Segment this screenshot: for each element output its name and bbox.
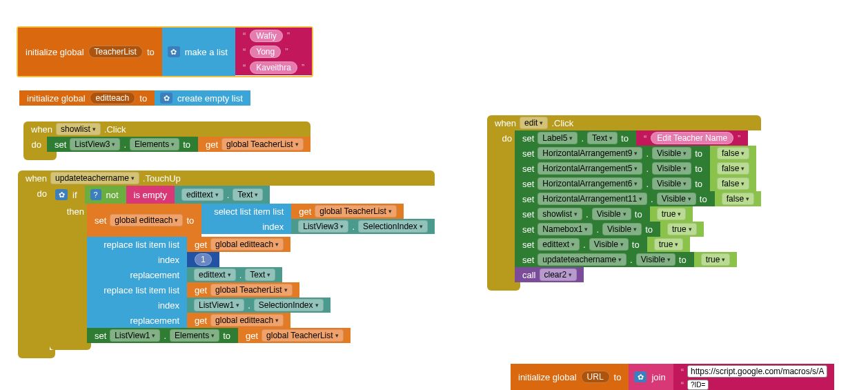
when-updateteachername-touchup[interactable]: when updateteachername .TouchUp do ✿ if … bbox=[18, 170, 435, 358]
gear-icon[interactable]: ✿ bbox=[168, 46, 180, 57]
get-teacherlist[interactable]: get global TeacherList bbox=[291, 204, 404, 219]
idq-input[interactable]: ?ID= bbox=[687, 380, 709, 390]
if-block[interactable]: ✿ if ? not is empty edittext . Text bbox=[50, 186, 435, 204]
do-label: do bbox=[23, 137, 47, 152]
event-head[interactable]: when showlist .Click bbox=[23, 121, 310, 137]
init-editteach-block[interactable]: initialize global editteach to ✿ create … bbox=[19, 90, 250, 106]
set-edittext-visible[interactable]: set edittext . Visible to true bbox=[515, 237, 761, 252]
init-label: initialize global bbox=[26, 47, 84, 57]
set-namebox1-visible[interactable]: set Namebox1 . Visible to true bbox=[515, 222, 761, 237]
get-global-teacherlist[interactable]: get global TeacherList bbox=[198, 137, 310, 152]
component-dropdown[interactable]: showlist bbox=[56, 123, 101, 135]
text-kaveithra[interactable]: Kaveithra bbox=[250, 61, 297, 74]
to-label: to bbox=[147, 47, 155, 57]
join-block[interactable]: ✿ join bbox=[629, 364, 673, 390]
init-global-head[interactable]: initialize global TeacherList to bbox=[18, 28, 162, 76]
when-edit-click[interactable]: when edit .Click do set Label5 . Text to… bbox=[487, 115, 761, 291]
var-editteach[interactable]: editteach bbox=[90, 92, 136, 104]
gear-icon[interactable]: ✿ bbox=[160, 92, 172, 104]
listview3-selectionindex[interactable]: ListView3 . SelectionIndex bbox=[291, 219, 435, 234]
set-label5-text[interactable]: set Label5 . Text to “ Edit Teacher Name… bbox=[515, 130, 761, 146]
do-label: do bbox=[37, 188, 47, 199]
is-empty-block[interactable]: is empty bbox=[126, 186, 175, 204]
make-a-list[interactable]: ✿ make a list bbox=[162, 28, 235, 76]
set-ha11-visible[interactable]: set HorizontalArrangement11 . Visible to… bbox=[515, 191, 761, 206]
select-list-item[interactable]: select list item list bbox=[201, 204, 291, 219]
set-ha5-visible[interactable]: set HorizontalArrangement5 . Visible to … bbox=[515, 161, 761, 176]
edittext-text[interactable]: edittext . Text bbox=[175, 186, 270, 204]
then-label: then bbox=[67, 206, 84, 217]
list-item-3[interactable]: “ Kaveithra ” bbox=[235, 59, 312, 75]
init-teacherlist-block[interactable]: initialize global TeacherList to ✿ make … bbox=[17, 26, 313, 77]
set-ha9-visible[interactable]: set HorizontalArrangement9 . Visible to … bbox=[515, 146, 761, 161]
set-listview3-elements[interactable]: set ListView3 . Elements to bbox=[47, 137, 198, 152]
replace-list-item-teacherlist[interactable]: replace list item list get global Teache… bbox=[87, 282, 435, 328]
list-item-2[interactable]: “ Yong ” bbox=[235, 43, 312, 59]
init-editteach-head[interactable]: initialize global editteach to bbox=[19, 90, 155, 106]
call-clear2[interactable]: call clear2 bbox=[515, 267, 761, 282]
event-head[interactable]: when updateteachername .TouchUp bbox=[18, 170, 435, 186]
list-item-1[interactable]: “ Wafiy ” bbox=[235, 28, 312, 43]
replace-list-item-editteach[interactable]: replace list item list get global editte… bbox=[87, 237, 435, 282]
set-listview1-elements[interactable]: set ListView1 . Elements to get global T… bbox=[87, 328, 435, 343]
var-url[interactable]: URL bbox=[581, 371, 610, 383]
text-wafiy[interactable]: Wafiy bbox=[250, 30, 283, 42]
set-updateteachername-visible[interactable]: set updateteachername . Visible to true bbox=[515, 252, 761, 267]
gear-icon[interactable]: ✿ bbox=[55, 189, 68, 200]
create-empty-list[interactable]: ✿ create empty list bbox=[155, 90, 250, 106]
set-global-editteach[interactable]: set global editteach to select list item… bbox=[87, 204, 435, 237]
set-ha6-visible[interactable]: set HorizontalArrangement6 . Visible to … bbox=[515, 176, 761, 191]
when-showlist-click[interactable]: when showlist .Click do set ListView3 . … bbox=[23, 121, 310, 160]
gear-icon[interactable]: ✿ bbox=[634, 371, 647, 382]
url-input[interactable]: https://script.google.com/macros/s/A bbox=[687, 365, 827, 378]
help-icon[interactable]: ? bbox=[90, 189, 101, 200]
event-head[interactable]: when edit .Click bbox=[487, 115, 761, 130]
init-url-block[interactable]: initialize global URL to ✿ join “ https:… bbox=[511, 364, 834, 390]
set-showlist-visible[interactable]: set showlist . Visible to true bbox=[515, 206, 761, 222]
text-yong[interactable]: Yong bbox=[250, 46, 281, 58]
not-block[interactable]: ? not bbox=[85, 186, 126, 204]
number-1[interactable]: 1 bbox=[187, 252, 219, 267]
var-teacherlist[interactable]: TeacherList bbox=[88, 46, 143, 58]
